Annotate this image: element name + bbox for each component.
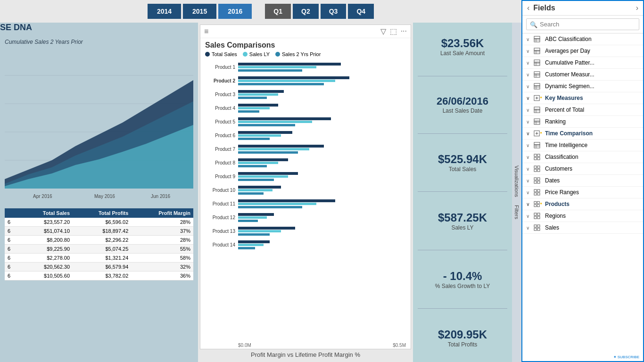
stat-value: $587.25K bbox=[418, 211, 507, 224]
field-name: ABC Classification bbox=[545, 36, 639, 42]
stat-value: - 10.4% bbox=[418, 270, 507, 283]
field-name: Products bbox=[545, 201, 639, 207]
field-item[interactable]: ∨●Time Comparison bbox=[522, 128, 643, 140]
svg-text:May 2016: May 2016 bbox=[94, 194, 115, 199]
sales-comp-card: ≡ ▽ ⬚ ··· Sales Comparisons Total SalesS… bbox=[200, 25, 411, 349]
table-cell: 6 bbox=[5, 263, 19, 272]
svg-rect-70 bbox=[534, 225, 537, 227]
field-item[interactable]: ∨Time Intelligence bbox=[522, 140, 643, 151]
year-2015-button[interactable]: 2015 bbox=[183, 4, 216, 19]
table-row: 6$20,562.30$6,579.9432% bbox=[5, 263, 193, 272]
field-item[interactable]: ∨Dates bbox=[522, 175, 643, 187]
table-cell: $2,296.22 bbox=[73, 236, 131, 245]
field-item[interactable]: ∨Ranking bbox=[522, 116, 643, 128]
table-cell: 28% bbox=[131, 218, 193, 227]
bar-label: Product 1 bbox=[205, 65, 238, 70]
legend-dot bbox=[275, 52, 280, 57]
field-name: Customer Measur... bbox=[545, 71, 639, 78]
field-item[interactable]: ∨Cumulative Patter... bbox=[522, 57, 643, 69]
field-item[interactable]: ∨Price Ranges bbox=[522, 187, 643, 198]
bar-sales-ly bbox=[238, 66, 316, 68]
expand-icon[interactable]: ⬚ bbox=[390, 27, 397, 36]
year-2014-button[interactable]: 2014 bbox=[148, 4, 181, 19]
fields-search: 🔍 bbox=[522, 16, 643, 33]
stat-label: Last Sales Date bbox=[418, 107, 507, 114]
field-name: Cumulative Patter... bbox=[545, 59, 639, 66]
svg-rect-58 bbox=[534, 189, 537, 192]
svg-text:Apr 2016: Apr 2016 bbox=[33, 194, 52, 199]
field-item[interactable]: ∨Regions bbox=[522, 210, 643, 222]
svg-rect-42 bbox=[534, 142, 540, 145]
svg-rect-43 bbox=[534, 145, 540, 148]
svg-rect-31 bbox=[534, 107, 540, 109]
bar-sales-prior bbox=[238, 247, 255, 249]
svg-rect-67 bbox=[537, 213, 540, 215]
table-row: 6$2,278.00$1,321.2458% bbox=[5, 254, 193, 263]
bar-row: Product 10 bbox=[205, 184, 406, 196]
field-item[interactable]: ∨Classification bbox=[522, 151, 643, 163]
filters-tab[interactable]: Visualizations Filters bbox=[512, 23, 521, 362]
toolbar-icons: ▽ ⬚ ··· bbox=[380, 27, 407, 36]
legend-item: Total Sales bbox=[205, 51, 237, 57]
stat-value: $525.94K bbox=[418, 153, 507, 166]
svg-rect-35 bbox=[534, 119, 540, 121]
svg-rect-47 bbox=[537, 154, 540, 156]
stat-value: 26/06/2016 bbox=[418, 95, 507, 107]
fields-back-icon[interactable]: ‹ bbox=[527, 4, 529, 12]
field-type-icon bbox=[534, 71, 542, 78]
bar-total-sales bbox=[238, 131, 292, 134]
field-item[interactable]: ∨ABC Classification bbox=[522, 33, 643, 45]
bar-row: Product 11 bbox=[205, 197, 406, 210]
fields-forward-icon[interactable]: › bbox=[636, 4, 638, 12]
year-2016-button[interactable]: 2016 bbox=[218, 4, 252, 19]
field-item[interactable]: ∨Customers bbox=[522, 163, 643, 175]
q1-button[interactable]: Q1 bbox=[265, 4, 291, 19]
filter-icon[interactable]: ▽ bbox=[380, 27, 386, 36]
svg-rect-12 bbox=[534, 48, 540, 50]
stat-block: - 10.4%% Sales Growth to LY bbox=[418, 270, 507, 289]
svg-rect-65 bbox=[537, 205, 540, 207]
q3-button[interactable]: Q3 bbox=[321, 4, 347, 19]
field-item[interactable]: ∨Dynamic Segmen... bbox=[522, 81, 643, 92]
field-type-icon bbox=[534, 177, 542, 184]
chevron-icon: ∨ bbox=[526, 84, 533, 89]
field-type-icon bbox=[534, 118, 542, 125]
svg-rect-69 bbox=[537, 216, 540, 219]
right-stats-panel: $23.56KLast Sale Amount26/06/2016Last Sa… bbox=[413, 23, 512, 362]
bar-total-sales bbox=[238, 90, 284, 93]
field-type-icon: ● bbox=[534, 201, 542, 207]
svg-rect-9 bbox=[534, 39, 540, 42]
svg-rect-17 bbox=[534, 62, 540, 66]
field-item[interactable]: ∨●Key Measures bbox=[522, 92, 643, 104]
bars-container bbox=[238, 116, 406, 127]
q4-button[interactable]: Q4 bbox=[348, 4, 374, 19]
bar-sales-ly bbox=[238, 107, 270, 109]
bar-sales-ly bbox=[238, 189, 272, 191]
bar-total-sales bbox=[238, 186, 281, 189]
svg-rect-64 bbox=[534, 205, 537, 207]
data-table-container[interactable]: Total Sales Total Profits Profit Margin … bbox=[5, 207, 193, 311]
chevron-icon: ∨ bbox=[526, 96, 533, 101]
field-item[interactable]: ∨●Products bbox=[522, 198, 643, 210]
field-name: Classification bbox=[545, 154, 639, 160]
bars-container bbox=[238, 171, 406, 181]
chevron-icon: ∨ bbox=[526, 178, 533, 183]
more-icon[interactable]: ··· bbox=[401, 27, 407, 36]
stat-divider bbox=[418, 308, 507, 309]
bar-label: Product 4 bbox=[205, 106, 238, 111]
q2-button[interactable]: Q2 bbox=[293, 4, 319, 19]
search-input[interactable] bbox=[526, 18, 639, 30]
bar-row: Product 9 bbox=[205, 170, 406, 182]
field-type-icon bbox=[534, 213, 542, 219]
svg-rect-48 bbox=[534, 157, 537, 160]
field-item[interactable]: ∨Sales bbox=[522, 222, 643, 234]
table-cell: 6 bbox=[5, 272, 19, 280]
field-item[interactable]: ∨Percent of Total bbox=[522, 104, 643, 116]
filters-label: Filters bbox=[514, 205, 520, 219]
bar-total-sales bbox=[238, 117, 331, 120]
field-name: Time Intelligence bbox=[545, 142, 639, 148]
field-name: Averages per Day bbox=[545, 48, 639, 54]
field-item[interactable]: ∨Averages per Day bbox=[522, 45, 643, 57]
bars-container bbox=[238, 212, 406, 222]
field-item[interactable]: ∨Customer Measur... bbox=[522, 69, 643, 81]
